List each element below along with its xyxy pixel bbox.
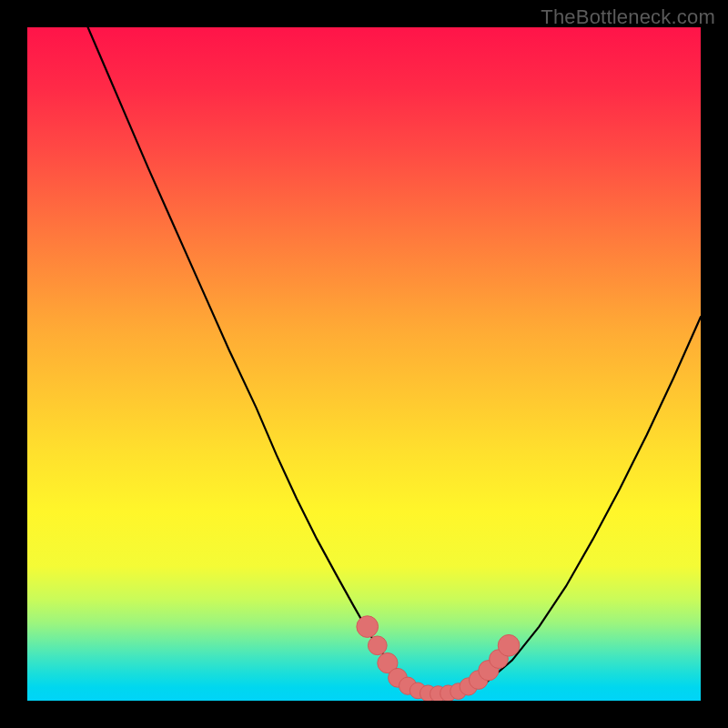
- curve-marker: [368, 636, 387, 655]
- watermark-text: TheBottleneck.com: [541, 5, 715, 29]
- curve-markers: [357, 616, 520, 701]
- bottleneck-curve-path: [88, 27, 701, 693]
- bottleneck-curve-svg: [27, 27, 701, 701]
- curve-marker: [357, 616, 379, 638]
- curve-marker: [498, 634, 520, 656]
- plot-area: [27, 27, 701, 701]
- image-frame: TheBottleneck.com: [0, 0, 728, 728]
